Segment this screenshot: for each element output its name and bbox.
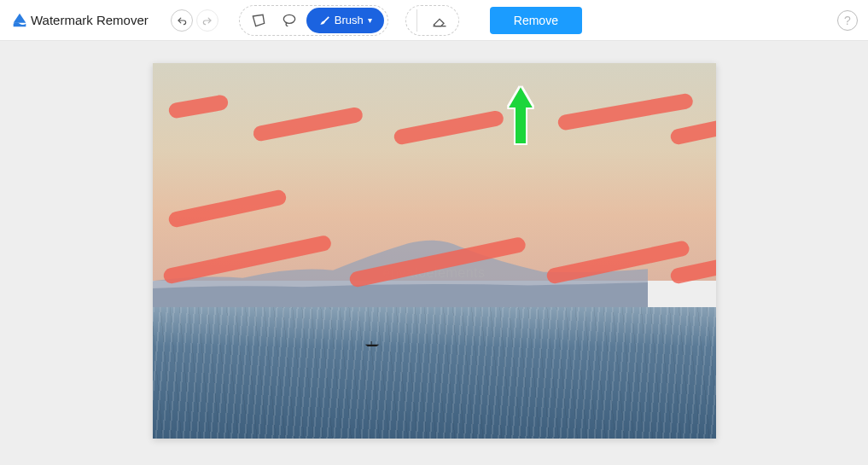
lasso-tool-button[interactable] — [274, 8, 305, 33]
polygon-tool-button[interactable] — [243, 8, 274, 33]
app-title: Watermark Remover — [31, 13, 149, 27]
svg-point-0 — [283, 15, 294, 23]
undo-button[interactable] — [171, 9, 193, 32]
boat-icon — [361, 341, 383, 346]
history-buttons — [171, 9, 218, 32]
logo-area: Watermark Remover — [10, 11, 149, 30]
brush-tool-button[interactable]: Brush ▾ — [306, 8, 384, 33]
lasso-icon — [281, 12, 298, 29]
polygon-icon — [250, 12, 267, 29]
remove-button[interactable]: Remove — [490, 7, 582, 34]
toolbar-divider — [417, 9, 417, 32]
eraser-group — [405, 5, 459, 36]
chevron-down-icon: ▾ — [368, 16, 372, 25]
image-canvas[interactable]: envatoelements — [153, 63, 716, 439]
selection-tools: Brush ▾ — [239, 5, 388, 36]
water-region — [153, 307, 716, 439]
eraser-tool-button[interactable] — [424, 8, 455, 33]
brush-icon — [318, 15, 330, 26]
canvas-area: envatoelements — [0, 41, 868, 465]
redo-icon — [201, 15, 213, 26]
app-logo-icon — [10, 11, 29, 30]
eraser-icon — [431, 12, 448, 29]
topbar: Watermark Remover — [0, 0, 868, 41]
brush-label: Brush — [335, 14, 364, 26]
help-button[interactable]: ? — [837, 10, 858, 31]
undo-icon — [176, 15, 188, 26]
redo-button[interactable] — [196, 9, 218, 32]
